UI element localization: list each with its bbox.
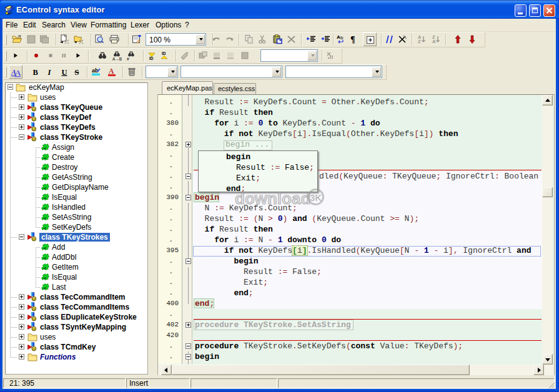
svg-text:A: A xyxy=(432,39,436,44)
svg-text:Z: Z xyxy=(418,39,421,44)
svg-text:b: b xyxy=(340,35,344,41)
svg-text:I: I xyxy=(47,68,52,77)
svg-text:A→B: A→B xyxy=(112,57,122,61)
svg-text:A: A xyxy=(109,67,114,75)
svg-text:S: S xyxy=(75,68,79,77)
svg-text:ID: ID xyxy=(149,56,154,61)
svg-text:¶: ¶ xyxy=(350,35,355,44)
svg-text:A: A xyxy=(15,68,21,77)
svg-text:U: U xyxy=(62,68,67,77)
svg-text:B: B xyxy=(33,68,38,77)
svg-text:ID: ID xyxy=(162,51,166,56)
svg-text:#_: #_ xyxy=(127,57,132,61)
